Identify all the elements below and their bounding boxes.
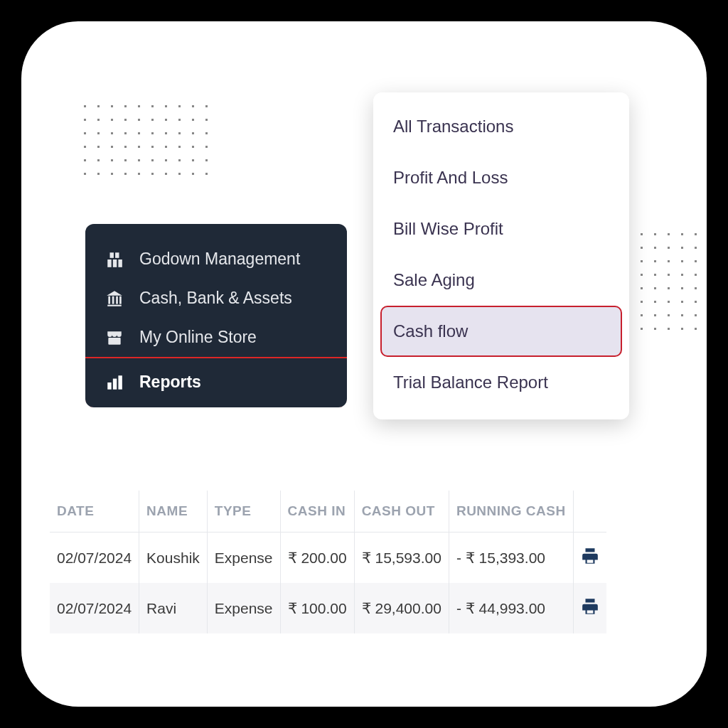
sidebar-item-online-store[interactable]: My Online Store <box>85 318 347 357</box>
svg-rect-0 <box>107 259 111 267</box>
cell-type: Expense <box>207 583 280 633</box>
store-icon <box>105 328 124 347</box>
cash-flow-table: DATE NAME TYPE CASH IN CASH OUT RUNNING … <box>50 491 606 633</box>
col-cash-out: CASH OUT <box>354 491 449 532</box>
menu-item-all-transactions[interactable]: All Transactions <box>380 101 622 152</box>
cell-cash-out: ₹ 29,400.00 <box>354 583 449 633</box>
print-icon[interactable] <box>581 552 599 568</box>
table-header-row: DATE NAME TYPE CASH IN CASH OUT RUNNING … <box>50 491 606 532</box>
bars-icon <box>105 373 124 392</box>
cell-date: 02/07/2024 <box>50 532 139 584</box>
svg-rect-5 <box>107 304 122 306</box>
cell-type: Expense <box>207 532 280 584</box>
sidebar-item-reports[interactable]: Reports <box>85 357 347 407</box>
building-icon <box>105 250 124 269</box>
cell-running: - ₹ 44,993.00 <box>449 583 573 633</box>
svg-rect-9 <box>119 296 122 304</box>
svg-rect-12 <box>113 378 117 389</box>
svg-rect-1 <box>113 259 117 267</box>
sidebar: Godown Management Cash, Bank & Assets My… <box>85 224 347 407</box>
menu-item-profit-and-loss[interactable]: Profit And Loss <box>380 152 622 203</box>
col-type: TYPE <box>207 491 280 532</box>
svg-rect-2 <box>118 259 122 267</box>
menu-item-cash-flow[interactable]: Cash flow <box>380 306 622 357</box>
cell-print <box>573 532 606 584</box>
print-icon[interactable] <box>581 602 599 619</box>
menu-item-trial-balance[interactable]: Trial Balance Report <box>380 357 622 408</box>
svg-rect-7 <box>112 296 114 304</box>
menu-item-bill-wise-profit[interactable]: Bill Wise Profit <box>380 203 622 255</box>
table-row: 02/07/2024 Ravi Expense ₹ 100.00 ₹ 29,40… <box>50 583 606 633</box>
col-running: RUNNING CASH <box>449 491 573 532</box>
reports-menu: All Transactions Profit And Loss Bill Wi… <box>373 92 629 419</box>
cell-cash-in: ₹ 200.00 <box>280 532 354 584</box>
col-date: DATE <box>50 491 139 532</box>
cell-name: Koushik <box>139 532 208 584</box>
decorative-dots <box>78 100 213 185</box>
col-name: NAME <box>139 491 208 532</box>
svg-rect-4 <box>115 252 119 258</box>
svg-rect-11 <box>107 382 111 390</box>
sidebar-item-label: Godown Management <box>139 250 300 269</box>
col-cash-in: CASH IN <box>280 491 354 532</box>
cell-name: Ravi <box>139 583 208 633</box>
sidebar-item-cash-bank-assets[interactable]: Cash, Bank & Assets <box>85 279 347 318</box>
cell-print <box>573 583 606 633</box>
svg-rect-10 <box>108 338 120 345</box>
cell-running: - ₹ 15,393.00 <box>449 532 573 584</box>
sidebar-item-label: My Online Store <box>139 328 257 347</box>
svg-rect-13 <box>118 375 122 390</box>
sidebar-item-godown[interactable]: Godown Management <box>85 240 347 279</box>
cell-date: 02/07/2024 <box>50 583 139 633</box>
cell-cash-in: ₹ 100.00 <box>280 583 354 633</box>
table-row: 02/07/2024 Koushik Expense ₹ 200.00 ₹ 15… <box>50 532 606 584</box>
svg-rect-3 <box>110 252 114 258</box>
menu-item-sale-aging[interactable]: Sale Aging <box>380 255 622 306</box>
decorative-dots <box>621 228 707 341</box>
col-actions <box>573 491 606 532</box>
sidebar-item-label: Cash, Bank & Assets <box>139 289 292 308</box>
svg-rect-6 <box>108 296 110 304</box>
app-card: Godown Management Cash, Bank & Assets My… <box>21 21 707 707</box>
cell-cash-out: ₹ 15,593.00 <box>354 532 449 584</box>
svg-rect-8 <box>116 296 118 304</box>
sidebar-item-label: Reports <box>139 373 201 392</box>
bank-icon <box>105 289 124 308</box>
